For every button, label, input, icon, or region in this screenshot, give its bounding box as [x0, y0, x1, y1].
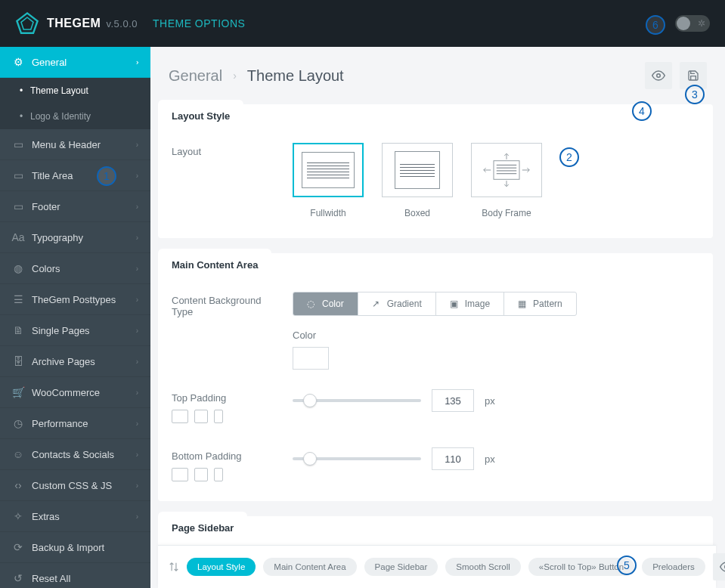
bottom-preview-button[interactable] — [713, 553, 725, 580]
preview-button[interactable] — [645, 62, 672, 89]
bg-type-gradient[interactable]: ↗Gradient — [358, 292, 436, 315]
cart-icon: 🛒 — [12, 386, 24, 398]
gradient-icon: ↗ — [372, 299, 383, 309]
eye-icon — [720, 560, 725, 574]
layout-option-body-frame[interactable]: Body Frame — [471, 143, 542, 218]
footer-icon: ▭ — [12, 200, 24, 212]
unit-label: px — [485, 453, 495, 465]
sidebar-item-general[interactable]: ⚙ General ⌄ — [0, 47, 150, 78]
device-mobile[interactable] — [214, 410, 223, 423]
nav-pill-layout-style[interactable]: Layout Style — [187, 558, 256, 576]
sidebar-item-reset-all[interactable]: ↺ Reset All — [0, 563, 150, 588]
bg-type-image[interactable]: ▣Image — [436, 292, 504, 315]
device-desktop[interactable] — [172, 410, 188, 423]
sidebar-item-extras[interactable]: ✧ Extras › — [0, 501, 150, 532]
sidebar-item-contacts-socials[interactable]: ☺ Contacts & Socials › — [0, 439, 150, 470]
chevron-right-icon: › — [136, 141, 138, 149]
top-padding-input[interactable] — [432, 389, 474, 412]
gear-icon: ⚙ — [12, 56, 24, 68]
nav-pill-main-content[interactable]: Main Content Area — [263, 558, 356, 576]
sidebar-item-label: Title Area — [32, 170, 129, 181]
device-tablet[interactable] — [194, 410, 208, 423]
bottom-padding-label: Bottom Padding — [172, 447, 277, 462]
save-icon — [687, 70, 699, 82]
nav-pill-smooth-scroll[interactable]: Smooth Scroll — [445, 558, 521, 576]
sidebar-sub-logo-identity[interactable]: Logo & Identity — [0, 104, 150, 129]
bottom-padding-slider[interactable] — [293, 457, 421, 460]
brand-version: v.5.0.0 — [106, 18, 138, 29]
sidebar-item-label: Reset All — [32, 573, 138, 584]
title-icon: ▭ — [12, 169, 24, 181]
sidebar-item-label: Archive Pages — [32, 356, 129, 367]
chevron-right-icon: › — [136, 296, 138, 304]
sidebar-item-label: General — [32, 57, 125, 68]
chevron-right-icon: › — [136, 326, 138, 335]
backup-icon: ⟳ — [12, 541, 24, 553]
layout-option-boxed[interactable]: Boxed — [382, 143, 453, 218]
device-selector — [172, 468, 277, 481]
sidebar-item-woocommerce[interactable]: 🛒 WooCommerce › — [0, 377, 150, 408]
bg-type-pattern[interactable]: ▦Pattern — [504, 292, 576, 315]
panel-title: Layout Style — [158, 100, 243, 129]
theme-options-link[interactable]: THEME OPTIONS — [153, 17, 245, 29]
chevron-right-icon: › — [136, 388, 138, 397]
save-button[interactable] — [680, 62, 707, 89]
top-bar: THEGEM v.5.0.0 THEME OPTIONS ✲ — [0, 0, 725, 47]
layout-option-fullwidth[interactable]: Fullwidth — [293, 143, 364, 218]
top-padding-slider[interactable] — [293, 399, 421, 402]
colors-icon: ◍ — [12, 262, 24, 274]
droplet-icon: ◌ — [307, 299, 318, 309]
bg-type-label: Content Background Type — [172, 292, 277, 317]
sidebar-item-label: Colors — [32, 263, 129, 274]
sidebar-item-label: Menu & Header — [32, 139, 129, 150]
archive-icon: 🗄 — [12, 355, 24, 367]
sidebar-item-single-pages[interactable]: 🗎 Single Pages › — [0, 315, 150, 346]
svg-point-2 — [657, 74, 661, 78]
svg-marker-1 — [21, 17, 33, 29]
sidebar-item-menu-header[interactable]: ▭ Menu & Header › — [0, 129, 150, 160]
breadcrumb-root[interactable]: General — [169, 67, 222, 85]
sidebar-item-custom-css-js[interactable]: ‹› Custom CSS & JS › — [0, 470, 150, 501]
pattern-icon: ▦ — [518, 299, 528, 309]
contacts-icon: ☺ — [12, 448, 24, 460]
device-desktop[interactable] — [172, 468, 188, 481]
sidebar-item-typography[interactable]: Aa Typography › — [0, 222, 150, 253]
dark-mode-toggle[interactable]: ✲ — [675, 15, 710, 32]
device-tablet[interactable] — [194, 468, 208, 481]
chevron-right-icon: › — [136, 265, 138, 273]
svg-rect-3 — [494, 161, 519, 180]
sidebar-item-backup-import[interactable]: ⟳ Backup & Import — [0, 532, 150, 563]
sidebar-item-performance[interactable]: ◷ Performance › — [0, 408, 150, 439]
page-header: General › Theme Layout — [150, 47, 725, 104]
pentagon-logo-icon — [15, 11, 39, 36]
main-content: General › Theme Layout Layout Style Layo… — [150, 47, 725, 588]
reset-icon: ↺ — [12, 572, 24, 584]
sidebar-item-archive-pages[interactable]: 🗄 Archive Pages › — [0, 346, 150, 377]
color-picker[interactable] — [293, 347, 329, 370]
sidebar-item-label: Typography — [32, 232, 129, 243]
gauge-icon: ◷ — [12, 417, 24, 429]
bg-type-color[interactable]: ◌Color — [293, 292, 358, 315]
brand-name: THEGEM v.5.0.0 — [47, 17, 138, 30]
sidebar-item-colors[interactable]: ◍ Colors › — [0, 253, 150, 284]
device-mobile[interactable] — [214, 468, 223, 481]
nav-pill-page-sidebar[interactable]: Page Sidebar — [364, 558, 438, 576]
sidebar-item-posttypes[interactable]: ☰ TheGem Posttypes › — [0, 284, 150, 315]
nav-pill-scroll-to-top[interactable]: «Scroll to Top» Button — [528, 558, 634, 576]
sidebar-item-title-area[interactable]: ▭ Title Area › — [0, 160, 150, 191]
chevron-right-icon: › — [136, 450, 138, 459]
sidebar-sub-theme-layout[interactable]: Theme Layout — [0, 78, 150, 104]
sidebar-item-footer[interactable]: ▭ Footer › — [0, 191, 150, 222]
body-frame-icon — [481, 151, 532, 189]
chevron-right-icon: › — [136, 172, 138, 180]
chevron-right-icon: › — [136, 203, 138, 211]
chevron-right-icon: › — [136, 481, 138, 490]
type-icon: Aa — [12, 231, 24, 243]
bottom-padding-input[interactable] — [432, 447, 474, 470]
sort-icon[interactable] — [169, 562, 179, 572]
chevron-right-icon: › — [136, 512, 138, 521]
nav-pill-preloaders[interactable]: Preloaders — [642, 558, 705, 576]
sidebar-item-label: Backup & Import — [32, 542, 138, 553]
layout-option-label: Fullwidth — [293, 208, 364, 218]
single-icon: 🗎 — [12, 324, 24, 336]
